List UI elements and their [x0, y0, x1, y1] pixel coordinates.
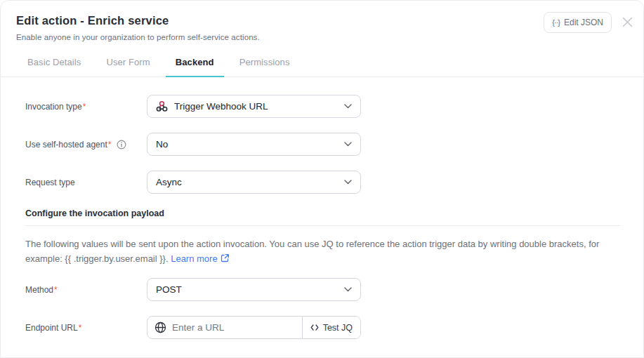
invocation-type-select[interactable]: Trigger Webhook URL: [147, 95, 361, 118]
endpoint-url-group: Test JQ: [147, 316, 361, 339]
request-type-value: Async: [156, 177, 338, 187]
invocation-type-row: Invocation type* Trigger Webhook URL: [25, 95, 620, 118]
close-button[interactable]: [621, 15, 633, 28]
method-row: Method* POST: [25, 278, 620, 301]
code-brackets-icon: [310, 324, 319, 331]
required-mark: *: [108, 140, 112, 150]
payload-section-heading: Configure the invocation payload: [25, 208, 620, 218]
tab-user-form[interactable]: User Form: [96, 48, 159, 77]
required-mark: *: [83, 102, 86, 112]
request-type-row: Request type Async: [25, 171, 620, 194]
learn-more-link[interactable]: Learn more: [171, 253, 217, 264]
tab-permissions[interactable]: Permissions: [230, 48, 300, 77]
info-icon[interactable]: [117, 140, 126, 150]
page-subtitle: Enable anyone in your organization to pe…: [16, 33, 626, 41]
endpoint-url-label: Endpoint URL*: [25, 323, 147, 333]
method-label: Method*: [25, 285, 147, 295]
endpoint-url-input[interactable]: [172, 322, 295, 333]
test-jq-button[interactable]: Test JQ: [302, 317, 360, 338]
tab-bar: Basic Details User Form Backend Permissi…: [1, 48, 643, 77]
tab-basic-details[interactable]: Basic Details: [18, 48, 91, 77]
required-mark: *: [79, 323, 82, 333]
webhook-icon: [156, 100, 168, 112]
backend-form: Invocation type* Trigger Webhook URL: [1, 77, 643, 339]
request-type-select[interactable]: Async: [147, 171, 361, 194]
invocation-type-value: Trigger Webhook URL: [174, 101, 338, 112]
page-title: Edit action - Enrich service: [16, 14, 626, 27]
braces-icon: {··}: [552, 18, 560, 27]
tab-backend[interactable]: Backend: [166, 48, 224, 77]
edit-action-modal: Edit action - Enrich service Enable anyo…: [0, 0, 644, 358]
chevron-down-icon: [344, 287, 352, 292]
close-icon: [622, 17, 633, 27]
chevron-down-icon: [344, 104, 352, 109]
self-hosted-agent-select[interactable]: No: [147, 133, 361, 156]
edit-json-button[interactable]: {··} Edit JSON: [544, 12, 612, 33]
payload-description: The following values will be sent upon t…: [25, 237, 612, 267]
invocation-type-label: Invocation type*: [25, 102, 147, 112]
chevron-down-icon: [344, 180, 352, 185]
edit-json-label: Edit JSON: [564, 18, 603, 27]
self-hosted-agent-value: No: [156, 139, 338, 150]
test-jq-label: Test JQ: [323, 323, 353, 333]
chevron-down-icon: [344, 142, 352, 147]
globe-icon: [155, 321, 166, 333]
endpoint-url-field-wrap: [147, 317, 302, 338]
modal-header: Edit action - Enrich service Enable anyo…: [1, 1, 643, 41]
required-mark: *: [54, 285, 58, 295]
method-value: POST: [156, 284, 338, 295]
self-hosted-agent-label: Use self-hosted agent*: [25, 140, 147, 150]
self-hosted-agent-row: Use self-hosted agent* No: [25, 133, 620, 156]
section-divider: [25, 225, 620, 226]
method-select[interactable]: POST: [147, 278, 361, 301]
external-link-icon: [221, 252, 230, 267]
endpoint-url-row: Endpoint URL*: [25, 316, 620, 339]
request-type-label: Request type: [25, 178, 147, 187]
